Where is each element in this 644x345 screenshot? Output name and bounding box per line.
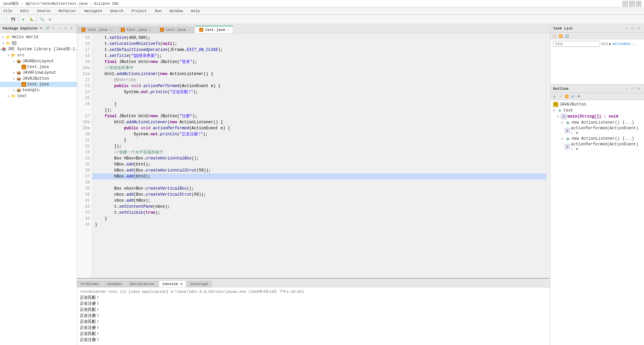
task-all-label: All: [601, 42, 608, 46]
outline-minimize-icon[interactable]: ─: [624, 86, 629, 91]
console-line-3: 正在匹配！: [80, 307, 547, 313]
code-editor[interactable]: 151617181920⊕21⊕22232425262728⊕29⊕303132…: [77, 33, 550, 278]
toolbar-save[interactable]: 💾: [9, 16, 17, 23]
anon-icon-2: ◉: [565, 136, 571, 141]
tab-icon-3: J: [160, 28, 164, 32]
package-tree: ▷ 📁 Hello World ▽ 📁 QQ ▷ 📚 JRE System Li…: [0, 33, 77, 345]
tab-declaration[interactable]: Declaration: [126, 281, 158, 287]
menu-project[interactable]: Project: [129, 8, 149, 14]
maximize-button[interactable]: □: [629, 1, 635, 6]
menu-window[interactable]: Window: [168, 8, 185, 14]
tree-item-qq[interactable]: ▽ 📁 QQ: [0, 40, 77, 46]
outline-hide-icon[interactable]: 👁: [576, 94, 581, 99]
task-list-header: Task List ─ □ ✕: [550, 24, 644, 33]
tab-close-3[interactable]: ✕: [188, 28, 190, 32]
outline-item-actionlistener1[interactable]: ▽ ◉ new ActionListener() {...}: [550, 120, 644, 126]
project-icon-qq: 📁: [5, 41, 11, 46]
tree-label-flowlayout: JAVAFlowLayout: [22, 70, 56, 75]
menu-bar: File Edit Source Refactor Navigate Searc…: [0, 7, 644, 15]
tree-item-flowlayout[interactable]: ▷ 📦 JAVAFlowLayout: [0, 70, 77, 76]
menu-search[interactable]: Search: [108, 8, 125, 14]
toolbar-new[interactable]: 📄: [1, 16, 9, 23]
tab-text-java-2[interactable]: J text.java ✕: [116, 26, 155, 33]
outline-close-icon[interactable]: ✕: [636, 86, 641, 91]
tree-item-jre[interactable]: ▷ 📚 JRE System Library [JavaSE-1.8]: [0, 46, 77, 52]
task-search-input[interactable]: [553, 41, 600, 47]
outline-label-actionperformed2: actionPerformed(ActionEvent) : v: [571, 142, 643, 151]
outline-item-actionlistener2[interactable]: ▽ ◉ new ActionListener() {...}: [550, 136, 644, 142]
outline-item-main[interactable]: ▽ m main(String[]) : void: [550, 114, 644, 120]
tree-item-boxlayout-text[interactable]: J text.java: [0, 64, 77, 70]
outline-item-javajbutton[interactable]: C JAVAJButton: [550, 101, 644, 108]
outline-item-actionperformed2[interactable]: ● actionPerformed(ActionEvent) : v: [550, 142, 644, 152]
tab-text-java-3[interactable]: J text.java ✕: [156, 26, 194, 33]
title-bar-controls: ─ □ ✕: [623, 1, 641, 6]
tab-close-1[interactable]: ✕: [109, 28, 111, 32]
code-content[interactable]: t.setSize(400,500); t.setLocationRelativ…: [92, 33, 546, 278]
minimize-panel-icon[interactable]: ─: [57, 26, 62, 31]
tree-arrow-src: ▽: [7, 54, 11, 57]
tab-close-2[interactable]: ✕: [149, 28, 150, 32]
outline-sync-icon[interactable]: 🔗: [570, 94, 575, 99]
task-maximize-icon[interactable]: □: [630, 26, 635, 31]
editor-main: J text.java ✕ J text.java ✕ J text.java …: [77, 24, 550, 345]
toolbar-search[interactable]: 🔍: [38, 16, 46, 23]
tree-arrow-helloworld: ▷: [1, 36, 5, 39]
menu-refactor[interactable]: Refactor: [56, 8, 78, 14]
tree-item-javajbutton-text[interactable]: J text.java: [0, 82, 77, 87]
tab-text-java-1[interactable]: J text.java ✕: [77, 26, 116, 33]
outline-item-actionperformed1[interactable]: ● actionPerformed(ActionEvent) : v: [550, 126, 644, 136]
menu-run[interactable]: Run: [153, 8, 164, 14]
menu-help[interactable]: Help: [189, 8, 202, 14]
toolbar-run[interactable]: ▶: [20, 16, 27, 23]
editor-scrollbar[interactable]: [546, 33, 550, 278]
toolbar: 📄 💾 ▶ 🐛 🔍 ⚙: [0, 15, 644, 24]
tree-item-kuangtu[interactable]: ▷ 📦 kuangtu: [0, 87, 77, 93]
outline-maximize-icon[interactable]: □: [630, 86, 635, 91]
outline-label-javajbutton: JAVAJButton: [559, 102, 586, 107]
tree-label-src: src: [17, 53, 24, 58]
console-line-5: 正在匹配！: [80, 319, 547, 325]
outline-collapse-icon[interactable]: ⊟: [552, 94, 557, 99]
class-icon-javajbutton: C: [553, 102, 558, 107]
menu-edit[interactable]: Edit: [18, 8, 31, 14]
close-panel-icon[interactable]: ✕: [69, 26, 74, 31]
toolbar-settings[interactable]: ⚙: [46, 16, 54, 23]
outline-item-text[interactable]: ▽ ● text: [550, 108, 644, 114]
outline-sort-icon[interactable]: ↕: [558, 94, 563, 99]
main-layout: Package Explorer ⊟ 🔗 ▾ ─ □ ✕ ▷ 📁 Hello W…: [0, 24, 644, 345]
tab-text-java-4[interactable]: J text.java ✕: [195, 26, 233, 33]
menu-source[interactable]: Source: [35, 8, 53, 14]
maximize-panel-icon[interactable]: □: [63, 26, 68, 31]
tree-label-helloworld: Hello World: [12, 35, 38, 40]
toolbar-debug[interactable]: 🐛: [28, 16, 35, 23]
package-icon-flowlayout: 📦: [16, 70, 21, 75]
tree-item-boxlayout[interactable]: ▷ 📦 JAVABoxLayout: [0, 58, 77, 64]
close-button[interactable]: ✕: [636, 1, 641, 6]
menu-icon[interactable]: ▾: [51, 26, 56, 31]
task-close-icon[interactable]: ✕: [636, 26, 641, 31]
tab-coverage[interactable]: Coverage: [187, 281, 212, 287]
link-editor-icon[interactable]: 🔗: [45, 26, 50, 31]
task-refresh-icon[interactable]: 🔄: [564, 33, 569, 39]
tree-item-text[interactable]: ▷ 📁 text: [0, 93, 77, 99]
tab-console[interactable]: Console ✕: [159, 280, 186, 287]
tree-item-src[interactable]: ▽ 📂 src: [0, 52, 77, 58]
tab-javadoc[interactable]: Javadoc: [103, 281, 126, 287]
task-minimize-icon[interactable]: ─: [624, 26, 629, 31]
tab-label-4: text.java: [205, 28, 225, 32]
outline-filter-icon[interactable]: 🔽: [564, 94, 569, 99]
tab-problems[interactable]: Problems: [77, 281, 102, 287]
task-new-icon[interactable]: 📋: [552, 33, 557, 39]
task-activate-label[interactable]: Activate...: [612, 42, 637, 46]
tab-close-4[interactable]: ✕: [227, 28, 229, 32]
menu-file[interactable]: File: [1, 8, 14, 14]
tree-item-javajbutton[interactable]: ▽ 📦 JAVAJButton: [0, 76, 77, 82]
menu-navigate[interactable]: Navigate: [82, 8, 104, 14]
collapse-all-icon[interactable]: ⊟: [39, 26, 44, 31]
tree-item-helloworld[interactable]: ▷ 📁 Hello World: [0, 34, 77, 40]
console-line-7: 正在匹配！: [80, 331, 547, 337]
minimize-button[interactable]: ─: [623, 1, 628, 6]
task-filter-icon[interactable]: 🔽: [558, 33, 563, 39]
console-line-2: 正在注册！: [80, 301, 547, 307]
